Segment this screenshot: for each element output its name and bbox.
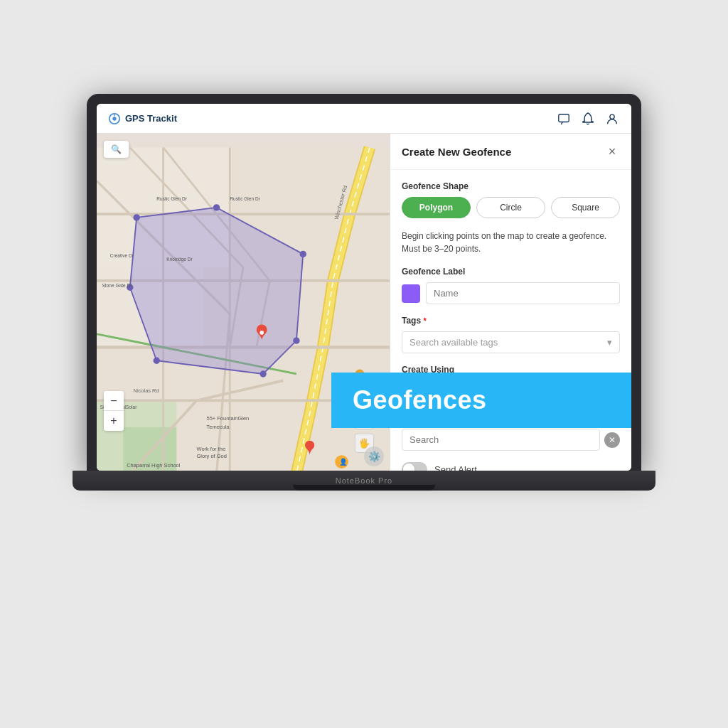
svg-rect-3 (559, 114, 569, 122)
shape-circle-button[interactable]: Circle (476, 197, 545, 218)
svg-point-19 (300, 251, 306, 257)
svg-point-1 (112, 117, 116, 120)
laptop-screen: GPS Trackit (97, 104, 631, 471)
svg-text:Knolridge Dr: Knolridge Dr (166, 257, 193, 262)
app-header: GPS Trackit (97, 104, 631, 134)
geofence-label-input[interactable] (426, 282, 620, 304)
svg-text:Work for the: Work for the (196, 446, 225, 452)
svg-text:Nicolas Rd: Nicolas Rd (134, 387, 159, 394)
panel-close-button[interactable]: × (604, 144, 620, 159)
send-alert-label: Send Alert (434, 464, 477, 471)
panel-header: Create New Geofence × (390, 134, 631, 170)
shape-square-button[interactable]: Square (551, 197, 620, 218)
shape-polygon-button[interactable]: Polygon (402, 197, 471, 218)
required-star: * (423, 316, 426, 325)
tags-placeholder: Search available tags (410, 337, 498, 348)
geofences-banner-text: Geofences (353, 385, 487, 414)
panel-title: Create New Geofence (402, 146, 511, 158)
scene: GPS Trackit (58, 87, 670, 641)
svg-point-21 (259, 370, 266, 377)
chat-icon[interactable] (556, 111, 572, 127)
address-clear-button[interactable]: ✕ (604, 432, 620, 448)
tags-section: Tags * Search available tags ▾ (402, 316, 620, 353)
svg-text:Stone Gate Dr: Stone Gate Dr (102, 283, 132, 288)
tags-dropdown[interactable]: Search available tags ▾ (402, 331, 620, 353)
label-row (402, 282, 620, 304)
zoom-in-button[interactable]: + (104, 411, 124, 431)
toggle-knob (403, 464, 414, 471)
svg-point-22 (154, 358, 160, 364)
laptop: GPS Trackit (73, 94, 655, 634)
user-icon[interactable] (604, 111, 620, 127)
svg-point-4 (610, 114, 614, 119)
chevron-down-icon: ▾ (607, 337, 612, 348)
svg-text:Glory of God: Glory of God (196, 453, 226, 459)
search-icon: 🔍 (111, 144, 122, 154)
svg-text:👤: 👤 (339, 458, 348, 466)
geofences-banner: Geofences (331, 373, 631, 428)
laptop-brand: NoteBook Pro (336, 476, 392, 485)
svg-point-20 (293, 337, 299, 343)
shape-section: Geofence Shape Polygon Circle Square (402, 181, 620, 218)
svg-text:Creative Dr: Creative Dr (110, 253, 134, 258)
svg-point-37 (259, 331, 264, 335)
label-section: Geofence Label (402, 267, 620, 304)
address-search-input[interactable] (402, 429, 600, 451)
svg-text:Rustic Glen Dr: Rustic Glen Dr (230, 197, 260, 202)
info-text: Begin clicking points on the map to crea… (402, 230, 620, 255)
tags-section-label: Tags * (402, 316, 620, 326)
label-section-label: Geofence Label (402, 267, 620, 277)
svg-point-18 (213, 204, 220, 210)
send-alert-toggle[interactable] (402, 462, 427, 471)
send-alert-row: Send Alert (402, 462, 620, 471)
svg-text:55+ FountainGlen: 55+ FountainGlen (207, 416, 250, 422)
svg-text:Rustic Glen Dr: Rustic Glen Dr (156, 197, 187, 202)
svg-text:Temecula: Temecula (207, 424, 230, 430)
logo-text: GPS Trackit (125, 113, 177, 124)
map-search[interactable]: 🔍 (104, 141, 129, 158)
bell-icon[interactable] (580, 111, 596, 127)
svg-point-17 (134, 214, 140, 220)
address-row: ✕ (402, 429, 620, 451)
header-icons (556, 111, 620, 127)
logo: GPS Trackit (108, 112, 177, 125)
zoom-controls[interactable]: − + (104, 391, 124, 431)
zoom-out-button[interactable]: − (104, 391, 124, 411)
shape-buttons: Polygon Circle Square (402, 197, 620, 218)
svg-text:Chaparral High School: Chaparral High School (127, 462, 181, 469)
color-swatch[interactable] (402, 284, 420, 303)
shape-section-label: Geofence Shape (402, 181, 620, 191)
laptop-base: NoteBook Pro (73, 471, 655, 491)
logo-icon (108, 112, 121, 125)
gear-icon[interactable]: ⚙️ (364, 446, 384, 466)
laptop-bezel: GPS Trackit (87, 94, 641, 471)
